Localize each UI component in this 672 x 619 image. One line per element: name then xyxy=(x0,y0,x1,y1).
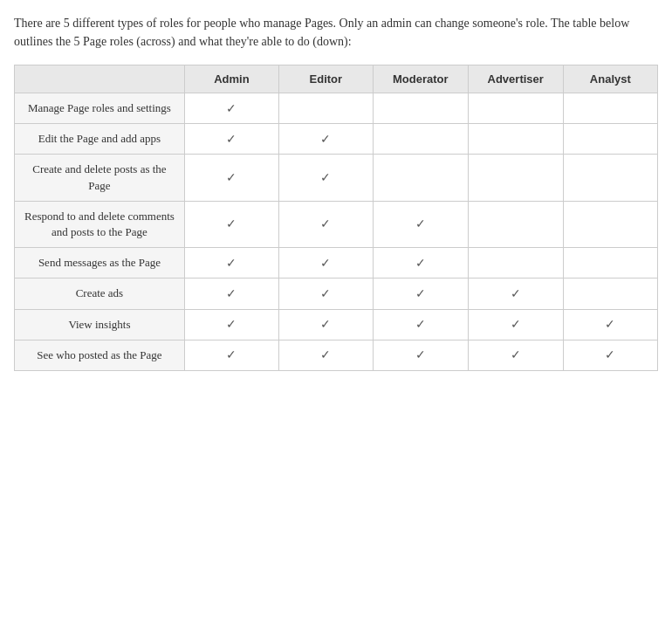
cell-analyst xyxy=(563,279,657,309)
row-label: View insights xyxy=(15,309,185,340)
table-row: Edit the Page and add apps✓✓ xyxy=(15,124,658,155)
checkmark-icon: ✓ xyxy=(415,256,426,270)
row-label: Create ads xyxy=(15,279,185,309)
cell-admin: ✓ xyxy=(184,340,278,370)
cell-editor: ✓ xyxy=(278,201,373,247)
cell-editor: ✓ xyxy=(278,340,373,370)
checkmark-icon: ✓ xyxy=(605,347,615,361)
cell-analyst xyxy=(563,248,657,279)
checkmark-icon: ✓ xyxy=(320,217,331,230)
table-header-moderator: Moderator xyxy=(373,65,468,93)
row-label: Edit the Page and add apps xyxy=(15,124,185,155)
cell-advertiser: ✓ xyxy=(468,279,563,309)
cell-moderator xyxy=(373,124,468,155)
table-row: Create ads✓✓✓✓ xyxy=(15,279,658,309)
checkmark-icon: ✓ xyxy=(415,217,426,230)
cell-analyst xyxy=(563,93,657,124)
cell-analyst xyxy=(563,124,657,155)
cell-advertiser xyxy=(468,155,563,201)
checkmark-icon: ✓ xyxy=(415,286,426,300)
cell-advertiser: ✓ xyxy=(468,309,563,340)
cell-editor: ✓ xyxy=(278,124,373,155)
cell-admin: ✓ xyxy=(184,279,278,309)
checkmark-icon: ✓ xyxy=(226,347,237,361)
table-row: See who posted as the Page✓✓✓✓✓ xyxy=(15,340,658,370)
roles-table: AdminEditorModeratorAdvertiserAnalyst Ma… xyxy=(14,65,658,371)
cell-admin: ✓ xyxy=(184,309,278,340)
cell-moderator: ✓ xyxy=(373,248,468,279)
table-header-advertiser: Advertiser xyxy=(468,65,563,93)
table-header-analyst: Analyst xyxy=(563,65,657,93)
table-header-editor: Editor xyxy=(278,65,373,93)
intro-paragraph: There are 5 different types of roles for… xyxy=(14,14,658,51)
cell-admin: ✓ xyxy=(184,124,278,155)
table-row: View insights✓✓✓✓✓ xyxy=(15,309,658,340)
checkmark-icon: ✓ xyxy=(415,317,426,331)
table-row: Send messages as the Page✓✓✓ xyxy=(15,248,658,279)
checkmark-icon: ✓ xyxy=(226,101,237,115)
table-row: Create and delete posts as the Page✓✓ xyxy=(15,155,658,201)
cell-editor: ✓ xyxy=(278,279,373,309)
cell-editor: ✓ xyxy=(278,155,373,201)
checkmark-icon: ✓ xyxy=(511,317,521,331)
checkmark-icon: ✓ xyxy=(320,317,331,331)
cell-advertiser: ✓ xyxy=(468,340,563,370)
cell-editor xyxy=(278,93,373,124)
checkmark-icon: ✓ xyxy=(226,317,237,331)
cell-advertiser xyxy=(468,248,563,279)
cell-moderator: ✓ xyxy=(373,309,468,340)
checkmark-icon: ✓ xyxy=(226,132,237,146)
checkmark-icon: ✓ xyxy=(226,256,237,270)
checkmark-icon: ✓ xyxy=(605,317,615,331)
checkmark-icon: ✓ xyxy=(320,286,331,300)
cell-editor: ✓ xyxy=(278,309,373,340)
row-label: Respond to and delete comments and posts… xyxy=(15,201,185,247)
checkmark-icon: ✓ xyxy=(226,217,237,230)
cell-admin: ✓ xyxy=(184,93,278,124)
cell-moderator: ✓ xyxy=(373,201,468,247)
row-label: See who posted as the Page xyxy=(15,340,185,370)
cell-moderator xyxy=(373,155,468,201)
cell-analyst xyxy=(563,201,657,247)
checkmark-icon: ✓ xyxy=(511,347,521,361)
checkmark-icon: ✓ xyxy=(320,132,331,146)
table-row: Manage Page roles and settings✓ xyxy=(15,93,658,124)
checkmark-icon: ✓ xyxy=(415,347,426,361)
cell-analyst: ✓ xyxy=(563,309,657,340)
checkmark-icon: ✓ xyxy=(320,170,331,184)
cell-analyst: ✓ xyxy=(563,340,657,370)
checkmark-icon: ✓ xyxy=(511,286,521,300)
row-label: Send messages as the Page xyxy=(15,248,185,279)
cell-moderator: ✓ xyxy=(373,279,468,309)
table-row: Respond to and delete comments and posts… xyxy=(15,201,658,247)
cell-advertiser xyxy=(468,124,563,155)
cell-admin: ✓ xyxy=(184,201,278,247)
cell-analyst xyxy=(563,155,657,201)
checkmark-icon: ✓ xyxy=(320,256,331,270)
checkmark-icon: ✓ xyxy=(226,170,237,184)
row-label: Manage Page roles and settings xyxy=(15,93,185,124)
cell-admin: ✓ xyxy=(184,155,278,201)
table-header-row: AdminEditorModeratorAdvertiserAnalyst xyxy=(15,65,658,93)
cell-advertiser xyxy=(468,201,563,247)
cell-advertiser xyxy=(468,93,563,124)
checkmark-icon: ✓ xyxy=(226,286,237,300)
cell-moderator: ✓ xyxy=(373,340,468,370)
table-header-admin: Admin xyxy=(184,65,278,93)
cell-admin: ✓ xyxy=(184,248,278,279)
cell-editor: ✓ xyxy=(278,248,373,279)
row-label: Create and delete posts as the Page xyxy=(15,155,185,201)
cell-moderator xyxy=(373,93,468,124)
checkmark-icon: ✓ xyxy=(320,347,331,361)
table-header-empty xyxy=(15,65,185,93)
